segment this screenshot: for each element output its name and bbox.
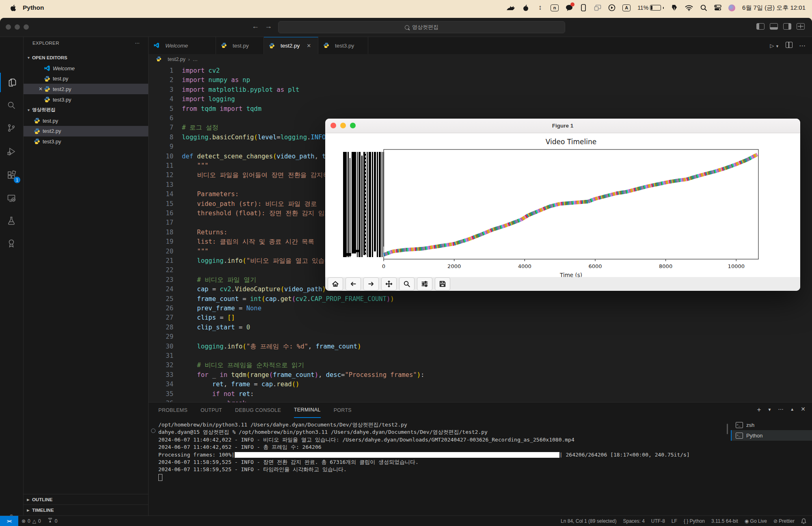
play-circle-icon[interactable]	[608, 4, 615, 12]
testing-icon[interactable]	[0, 211, 23, 230]
status-go-live[interactable]: ◉ Go Live	[741, 518, 770, 524]
updown-arrow-icon[interactable]: ↕	[536, 4, 544, 12]
breadcrumb[interactable]: test2.py › …	[149, 54, 812, 65]
timeline-section[interactable]: ▶ TIMELINE	[24, 504, 148, 515]
terminal-instance-Python[interactable]: >_Python	[731, 430, 812, 441]
forward-icon[interactable]	[363, 277, 379, 290]
panel-tab-ports[interactable]: PORTS	[334, 403, 352, 418]
menubar-clock[interactable]: 6월 7일 (금) 오후 12:01	[742, 4, 806, 12]
cleaner-icon[interactable]	[522, 4, 529, 12]
code-line-33[interactable]: 33 for _ in tqdm(range(frame_count), des…	[149, 370, 812, 380]
panel-tab-problems[interactable]: PROBLEMS	[158, 403, 188, 418]
open-editor-test3.py[interactable]: test3.py	[24, 94, 148, 105]
code-line-36[interactable]: 36 break	[149, 399, 812, 402]
history-back-button[interactable]: ←	[252, 22, 259, 30]
command-center-search[interactable]: 영상컷편집	[278, 21, 565, 33]
code-line-35[interactable]: 35 if not ret:	[149, 390, 812, 399]
split-editor-icon[interactable]	[786, 42, 793, 50]
explorer-icon[interactable]	[0, 73, 24, 92]
cat-icon[interactable]	[506, 4, 515, 12]
source-control-icon[interactable]	[0, 118, 23, 138]
maximize-panel-icon[interactable]: ▲	[790, 406, 794, 414]
status-3-11-5-64-bit[interactable]: 3.11.5 64-bit	[708, 518, 741, 524]
file-item-test2.py[interactable]: test2.py	[24, 126, 148, 136]
matplotlib-figure-window[interactable]: Figure 1 Video Timeline02000400060008000…	[325, 119, 800, 291]
open-editors-section[interactable]: ▼ OPEN EDITORS	[24, 52, 148, 63]
code-line-29[interactable]: 29	[149, 332, 812, 342]
customize-layout-icon[interactable]	[797, 23, 805, 30]
pan-icon[interactable]	[381, 277, 397, 290]
file-item-test.py[interactable]: test.py	[24, 115, 148, 126]
open-editor-Welcome[interactable]: Welcome	[24, 63, 148, 74]
history-forward-button[interactable]: →	[265, 22, 272, 30]
open-editor-test2.py[interactable]: ✕test2.py	[24, 84, 148, 94]
back-icon[interactable]	[346, 277, 361, 290]
subplots-icon[interactable]	[417, 277, 432, 290]
apple-logo-icon[interactable]	[9, 4, 16, 12]
status-ln-84-col-1-89-selected-[interactable]: Ln 84, Col 1 (89 selected)	[557, 518, 620, 524]
outline-section[interactable]: ▶ OUTLINE	[24, 494, 148, 505]
remote-explorer-icon[interactable]	[0, 188, 23, 208]
toggle-secondary-sidebar-icon[interactable]	[783, 23, 791, 30]
figure-titlebar[interactable]: Figure 1	[325, 119, 800, 133]
tab-test2.py[interactable]: test2.py✕	[264, 37, 318, 54]
panel-tab-output[interactable]: OUTPUT	[201, 403, 222, 418]
search-view-icon[interactable]	[0, 95, 23, 115]
figure-close-button[interactable]	[330, 123, 336, 128]
home-icon[interactable]	[328, 277, 343, 290]
extensions-icon[interactable]: 1	[0, 165, 23, 185]
run-python-file-button[interactable]: ▷ ▼	[770, 43, 779, 49]
file-item-test3.py[interactable]: test3.py	[24, 136, 148, 147]
toggle-panel-icon[interactable]	[770, 23, 778, 30]
new-terminal-icon[interactable]: +	[757, 406, 761, 414]
code-line-5[interactable]: 5from tqdm import tqdm	[149, 104, 812, 114]
code-line-25[interactable]: 25 frame_count = int(cap.get(cv2.CAP_PRO…	[149, 294, 812, 304]
control-center-icon[interactable]	[714, 4, 721, 12]
status-lf[interactable]: LF	[668, 518, 680, 524]
toggle-sidebar-icon[interactable]	[756, 23, 764, 30]
input-source-icon[interactable]: A	[622, 4, 631, 11]
close-panel-icon[interactable]: ✕	[801, 406, 806, 414]
remote-indicator[interactable]: ><	[0, 516, 18, 526]
code-line-31[interactable]: 31	[149, 351, 812, 361]
zoom-icon[interactable]	[399, 277, 415, 290]
code-line-3[interactable]: 3import matplotlib.pyplot as plt	[149, 85, 812, 95]
active-app-name[interactable]: Python	[23, 4, 44, 11]
figure-zoom-button[interactable]	[350, 123, 356, 128]
figure-minimize-button[interactable]	[340, 123, 346, 128]
panel-tab-terminal[interactable]: TERMINAL	[294, 403, 321, 418]
save-icon[interactable]	[435, 277, 450, 290]
command-decoration-icon[interactable]	[151, 429, 155, 433]
tab-Welcome[interactable]: Welcome	[149, 37, 216, 54]
terminal-profile-dropdown-icon[interactable]: ▼	[767, 406, 771, 414]
close-editor-icon[interactable]: ✕	[37, 86, 44, 92]
kakaotalk-icon[interactable]	[566, 4, 573, 12]
battery-indicator[interactable]: 11%	[637, 4, 664, 11]
terminal-output[interactable]: /opt/homebrew/bin/python3.11 /Users/dahy…	[158, 421, 719, 481]
award-extension-icon[interactable]	[0, 234, 23, 253]
displays-icon[interactable]	[594, 4, 601, 12]
close-window-button[interactable]	[6, 24, 11, 30]
zoom-window-button[interactable]	[24, 24, 29, 30]
code-line-2[interactable]: 2import numpy as np	[149, 76, 812, 85]
explorer-more-actions-icon[interactable]: ⋯	[135, 40, 140, 46]
problems-status[interactable]: ⊗0 △0	[18, 518, 44, 524]
terminal-scrollbar[interactable]	[727, 424, 728, 434]
phone-mirror-icon[interactable]	[580, 4, 587, 12]
code-line-30[interactable]: 30 logging.info("총 프레임 수: %d", frame_cou…	[149, 342, 812, 351]
wifi-icon[interactable]	[685, 4, 693, 12]
code-line-32[interactable]: 32 # 비디오 프레임을 순차적으로 읽기	[149, 361, 812, 370]
panel-tab-debug-console[interactable]: DEBUG CONSOLE	[235, 403, 281, 418]
ports-status[interactable]: 0	[44, 518, 61, 524]
siri-icon[interactable]	[728, 4, 735, 11]
code-line-26[interactable]: 26 prev_frame = None	[149, 304, 812, 313]
notion-icon[interactable]: n	[551, 4, 559, 11]
code-line-28[interactable]: 28 clip_start = 0	[149, 323, 812, 332]
terminal-instance-zsh[interactable]: >_zsh	[731, 420, 812, 430]
notability-icon[interactable]	[671, 4, 678, 12]
tab-test.py[interactable]: test.py	[216, 37, 264, 54]
tab-test3.py[interactable]: test3.py	[318, 37, 368, 54]
minimize-window-button[interactable]	[15, 24, 20, 30]
status-python[interactable]: { } Python	[680, 518, 708, 524]
code-line-34[interactable]: 34 ret, frame = cap.read()	[149, 380, 812, 389]
